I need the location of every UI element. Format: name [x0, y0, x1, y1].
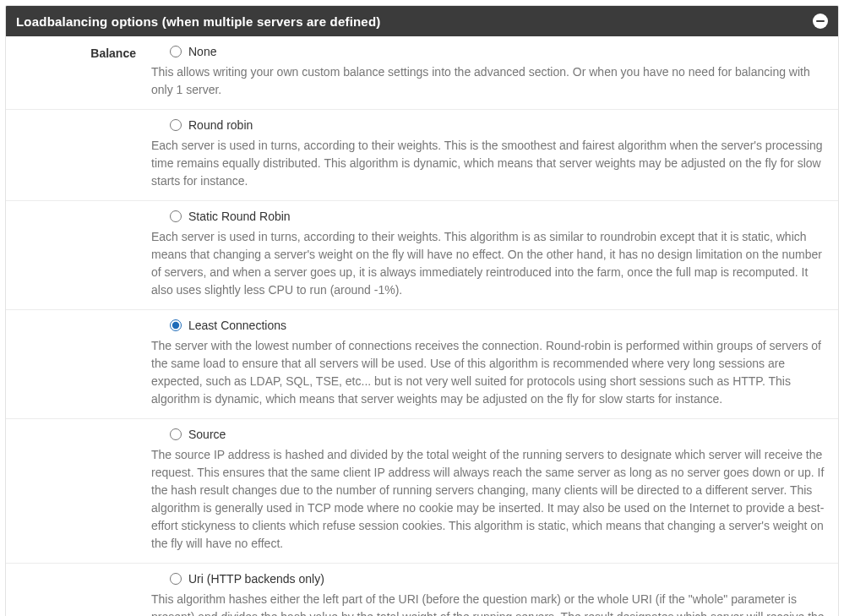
balance-option-leastconn-desc: The server with the lowest number of con…: [151, 337, 828, 408]
collapse-icon[interactable]: [813, 14, 828, 29]
balance-radio-leastconn[interactable]: [170, 319, 182, 331]
balance-option-static-rr-section: Static Round Robin Each server is used i…: [6, 201, 838, 310]
balance-option-uri-desc: This algorithm hashes either the left pa…: [151, 591, 828, 616]
panel-body: Balance None This allows writing your ow…: [6, 36, 838, 616]
balance-option-none-label: None: [188, 45, 216, 58]
balance-label: Balance: [16, 45, 151, 99]
balance-radio-static-rr[interactable]: [170, 210, 182, 222]
balance-option-none-desc: This allows writing your own custom bala…: [151, 63, 828, 99]
balance-option-none-section: Balance None This allows writing your ow…: [6, 36, 838, 110]
balance-radio-source[interactable]: [170, 428, 182, 440]
balance-radio-uri[interactable]: [170, 573, 182, 585]
panel-header[interactable]: Loadbalancing options (when multiple ser…: [6, 6, 838, 36]
balance-option-uri-label: Uri (HTTP backends only): [188, 572, 324, 586]
balance-option-roundrobin-label: Round robin: [188, 118, 253, 132]
panel-title: Loadbalancing options (when multiple ser…: [16, 14, 380, 29]
balance-option-leastconn-label: Least Connections: [188, 319, 286, 332]
balance-option-static-rr-label: Static Round Robin: [188, 210, 291, 223]
loadbalancing-panel: Loadbalancing options (when multiple ser…: [5, 5, 839, 616]
balance-option-roundrobin-section: Round robin Each server is used in turns…: [6, 110, 838, 201]
balance-radio-none[interactable]: [170, 46, 182, 57]
balance-option-source-label: Source: [188, 428, 226, 441]
balance-option-uri-section: Uri (HTTP backends only) This algorithm …: [6, 564, 838, 616]
balance-option-roundrobin-desc: Each server is used in turns, according …: [151, 137, 828, 190]
balance-option-static-rr-desc: Each server is used in turns, according …: [151, 228, 828, 299]
balance-option-source-section: Source The source IP address is hashed a…: [6, 419, 838, 564]
balance-option-source-desc: The source IP address is hashed and divi…: [151, 446, 828, 553]
balance-radio-roundrobin[interactable]: [170, 119, 182, 131]
balance-option-leastconn-section: Least Connections The server with the lo…: [6, 310, 838, 419]
